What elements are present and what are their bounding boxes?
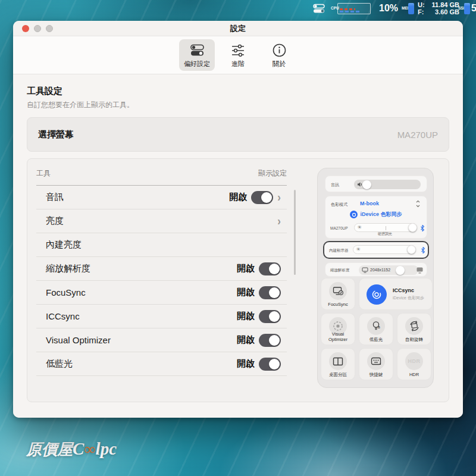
preview-tool-desktop-partition[interactable]: 桌面分區: [321, 348, 355, 380]
idevice-sync-icon: [350, 211, 358, 218]
chevron-right-icon[interactable]: ›: [277, 191, 281, 203]
cpu-graph-user-bars: [340, 8, 355, 10]
cpu-label: CPU: [331, 0, 336, 17]
tool-row-label: 內建亮度: [46, 239, 82, 250]
minimize-button[interactable]: [34, 25, 41, 32]
coolpc-watermark: 原價屋C∞lpc: [26, 439, 117, 460]
monitor-brightness-knob[interactable]: [408, 223, 417, 232]
toggle-switch[interactable]: [259, 310, 281, 323]
tool-row-controls: 開啟: [237, 358, 281, 371]
tool-card-label: FocuSync: [322, 302, 353, 308]
bluetooth-icon: [420, 224, 425, 232]
zoom-button[interactable]: [46, 25, 53, 32]
tool-row-亮度[interactable]: 亮度›: [36, 209, 287, 233]
idevice-sync-row[interactable]: iDevice 色彩同步: [325, 211, 427, 218]
tools-settings-box: 工具 顯示設定 音訊開啟›亮度›內建亮度縮放解析度開啟FocuSync開啟ICC…: [27, 158, 449, 402]
toggle-knob: [269, 287, 280, 298]
preview-tool-hotkeys[interactable]: 快捷鍵: [359, 348, 393, 380]
idevice-sync-text: iDevice 色彩同步: [360, 211, 402, 218]
mem-usage-text[interactable]: U:11.84 GB F:3.60 GB: [418, 0, 459, 17]
tool-card-label: ICCsync: [393, 287, 414, 293]
toggle-switch[interactable]: [251, 191, 273, 204]
ui-preview-panel: 音訊 色彩模式 M-book: [317, 168, 434, 388]
tool-card-label: 低藍光: [361, 337, 392, 343]
screen-select-row[interactable]: 選擇螢幕 MA270UP: [27, 117, 449, 152]
builtin-brightness-slider[interactable]: ☀: [353, 245, 416, 254]
tool-card-label: 桌面分區: [322, 372, 353, 378]
preview-audio-card[interactable]: 音訊: [325, 176, 427, 192]
svg-text:B: B: [378, 325, 380, 329]
title-bar[interactable]: 設定: [13, 21, 463, 36]
preview-tool-focusync[interactable]: FocuSync: [321, 278, 355, 310]
preview-tool-low-blue-light[interactable]: B低藍光: [359, 313, 393, 345]
toggle-switch[interactable]: [259, 334, 281, 347]
ssd-percent[interactable]: 58: [471, 0, 476, 17]
toggle-state-label: 開啟: [229, 192, 247, 203]
tool-row-label: ICCsync: [46, 311, 80, 321]
tool-row-controls: 開啟: [237, 286, 281, 299]
watermark-cjk: 原價屋: [26, 441, 73, 458]
window-title: 設定: [230, 23, 246, 34]
tools-header-right: 顯示設定: [258, 168, 287, 178]
tool-row-音訊[interactable]: 音訊開啟›: [36, 186, 287, 209]
preview-tool-visual-optimizer[interactable]: Visual Optimizer: [321, 313, 355, 345]
display-target-icon[interactable]: [416, 267, 424, 274]
split-icon: [329, 352, 347, 370]
settings-menubar-icon[interactable]: [313, 0, 325, 17]
tool-row-縮放解析度[interactable]: 縮放解析度開啟: [36, 257, 287, 281]
tool-row-label: 低藍光: [46, 358, 73, 369]
preview-tool-iccsync[interactable]: ICCsynciDevice 色彩同步: [359, 278, 433, 310]
scrollbar-thumb[interactable]: [294, 190, 296, 275]
toolbar-tabs: 偏好設定進階關於: [13, 36, 463, 74]
preview-tool-auto-rotate[interactable]: 自動旋轉: [397, 313, 431, 345]
toggle-switch[interactable]: [259, 262, 281, 275]
toggle-switch[interactable]: [259, 358, 281, 371]
monitor-brightness-slider[interactable]: ☀: [354, 223, 417, 232]
tools-header-left: 工具: [36, 168, 51, 178]
mem-usage-bar[interactable]: [408, 0, 414, 17]
tab-preferences[interactable]: 偏好設定: [179, 39, 215, 71]
builtin-brightness-knob[interactable]: [407, 245, 416, 254]
tab-label: 關於: [261, 60, 297, 68]
tab-about[interactable]: 關於: [261, 39, 297, 71]
tool-row-label: FocuSync: [46, 287, 86, 298]
colormode-value[interactable]: M-book: [360, 201, 379, 206]
resolution-slider[interactable]: 2048x1152: [359, 265, 418, 275]
tab-advanced[interactable]: 進階: [220, 39, 256, 71]
slider-midpoint-tick: [386, 226, 386, 230]
tool-row-ICCsync[interactable]: ICCsync開啟: [36, 305, 287, 328]
tool-row-Visual Optimizer[interactable]: Visual Optimizer開啟: [36, 328, 287, 352]
volume-slider[interactable]: [354, 180, 421, 189]
tool-row-FocuSync[interactable]: FocuSync開啟: [36, 281, 287, 305]
rotate-icon: [405, 317, 423, 335]
preview-builtin-display-card[interactable]: 內建顯示器 ☀: [323, 241, 429, 259]
tools-list: 音訊開啟›亮度›內建亮度縮放解析度開啟FocuSync開啟ICCsync開啟Vi…: [36, 186, 287, 376]
close-button[interactable]: [22, 25, 29, 32]
ssd-usage-bar[interactable]: [464, 0, 470, 17]
resolution-value: 2048x1152: [370, 268, 390, 272]
preview-scaling-card[interactable]: 縮放解析度 2048x1152: [325, 262, 427, 277]
chevron-up-down-icon[interactable]: [415, 200, 421, 208]
preview-tool-hdr[interactable]: HDRHDR: [397, 348, 431, 380]
tool-card-sublabel: iDevice 色彩同步: [393, 295, 424, 301]
tool-row-controls: 開啟: [237, 262, 281, 275]
toggle-switch[interactable]: [259, 286, 281, 299]
volume-knob[interactable]: [362, 180, 371, 189]
display-icon: [362, 267, 368, 273]
monitor-name-label: MA270UP: [330, 226, 348, 230]
tool-row-低藍光[interactable]: 低藍光開啟: [36, 352, 287, 376]
tab-label: 進階: [220, 60, 256, 68]
monitor-check-icon: [329, 282, 347, 300]
tool-row-內建亮度[interactable]: 內建亮度: [36, 233, 287, 257]
preferences-pane: 工具設定 自訂您想要在介面上顯示的工具。 選擇螢幕 MA270UP 工具 顯示設…: [13, 74, 463, 418]
cpu-percent[interactable]: 10%: [379, 0, 398, 17]
tools-list-header: 工具 顯示設定: [36, 168, 287, 178]
tool-row-controls: 開啟›: [229, 191, 281, 204]
tool-row-label: Visual Optimizer: [46, 335, 111, 345]
resolution-knob[interactable]: [396, 266, 405, 275]
toggle-state-label: 開啟: [237, 311, 255, 322]
sun-icon: ☀: [357, 224, 362, 230]
chevron-right-icon[interactable]: ›: [277, 215, 281, 227]
cpu-history-graph[interactable]: [337, 0, 371, 17]
tab-label: 偏好設定: [179, 60, 215, 68]
